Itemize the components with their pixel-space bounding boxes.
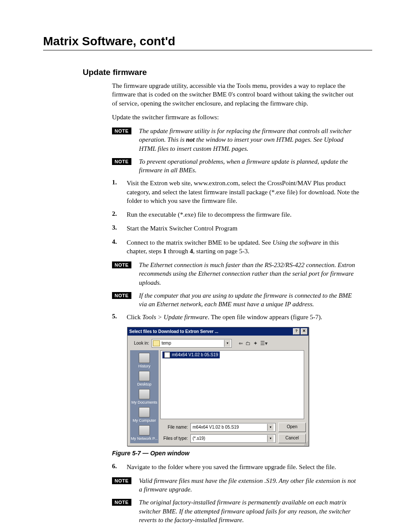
note-badge: NOTE bbox=[112, 158, 131, 165]
note-text: The Ethernet connection is much faster t… bbox=[139, 261, 359, 287]
step-text: Navigate to the folder where you saved t… bbox=[127, 463, 359, 471]
file-item-selected[interactable]: m64x64 V1.02 b 05.S19 bbox=[162, 352, 220, 358]
note-2: NOTE To prevent operational problems, wh… bbox=[112, 157, 359, 175]
places-computer[interactable]: My Computer bbox=[133, 407, 156, 423]
filetype-select[interactable]: (*.s19) ▾ bbox=[190, 434, 276, 443]
up-folder-icon[interactable]: 🗀 bbox=[246, 340, 251, 346]
folder-icon bbox=[153, 340, 160, 346]
chevron-down-icon[interactable]: ▾ bbox=[267, 435, 274, 442]
open-file-dialog: Select files to Download to Extron Serve… bbox=[127, 327, 309, 446]
dialog-title-text: Select files to Download to Extron Serve… bbox=[129, 329, 218, 334]
history-icon bbox=[139, 353, 150, 363]
filename-label: File name: bbox=[160, 425, 188, 429]
open-button[interactable]: Open bbox=[278, 423, 306, 432]
note-text: The update firmware utility is for repla… bbox=[139, 127, 359, 153]
figure-caption: Figure 5-7 — Open window bbox=[112, 450, 359, 457]
note-3: NOTE The Ethernet connection is much fas… bbox=[112, 261, 359, 287]
desktop-icon bbox=[139, 371, 150, 381]
note-badge: NOTE bbox=[112, 499, 131, 506]
resize-grip-icon[interactable] bbox=[303, 440, 308, 445]
lookin-label: Look in: bbox=[130, 341, 149, 345]
section-heading: Update firmware bbox=[83, 68, 372, 77]
places-network[interactable]: My Network P... bbox=[131, 425, 158, 441]
note-badge: NOTE bbox=[112, 477, 131, 484]
close-button[interactable]: ✕ bbox=[301, 328, 308, 335]
note-5: NOTE Valid firmware files must have the … bbox=[112, 476, 359, 494]
step-text: Click Tools > Update firmware. The open … bbox=[127, 313, 359, 321]
step-2: 2. Run the executable (*.exe) file to de… bbox=[112, 210, 359, 219]
cancel-button[interactable]: Cancel bbox=[278, 434, 306, 443]
step-5: 5. Click Tools > Update firmware. The op… bbox=[112, 313, 359, 321]
places-documents[interactable]: My Documents bbox=[131, 389, 157, 404]
note-4: NOTE If the computer that you are using … bbox=[112, 291, 359, 309]
step-text: Run the executable (*.exe) file to decom… bbox=[127, 210, 359, 219]
note-badge: NOTE bbox=[112, 128, 131, 134]
intro-paragraph-1: The firmware upgrade utility, accessible… bbox=[112, 81, 359, 108]
step-text: Connect to the matrix switcher BME to be… bbox=[127, 238, 359, 256]
step-number: 2. bbox=[112, 210, 127, 218]
intro-paragraph-2: Update the switcher firmware as follows: bbox=[112, 113, 359, 121]
back-icon[interactable]: ⇐ bbox=[239, 340, 243, 346]
step-6: 6. Navigate to the folder where you save… bbox=[112, 463, 359, 471]
note-badge: NOTE bbox=[112, 261, 131, 268]
file-list[interactable]: m64x64 V1.02 b 05.S19 bbox=[160, 350, 304, 419]
filetype-label: Files of type: bbox=[160, 436, 188, 441]
step-1: 1. Visit the Extron web site, www.extron… bbox=[112, 179, 359, 205]
step-4: 4. Connect to the matrix switcher BME to… bbox=[112, 238, 359, 256]
chapter-title: Matrix Software, cont'd bbox=[43, 34, 372, 48]
step-3: 3. Start the Matrix Switcher Control Pro… bbox=[112, 224, 359, 233]
places-history[interactable]: History bbox=[138, 353, 150, 368]
note-6: NOTE The original factory-installed firm… bbox=[112, 498, 359, 524]
computer-icon bbox=[139, 407, 150, 417]
network-icon bbox=[139, 425, 150, 436]
views-icon[interactable]: ☰▾ bbox=[260, 340, 268, 346]
note-text: If the computer that you are using to up… bbox=[139, 291, 359, 309]
lookin-value: temp bbox=[162, 341, 171, 345]
chevron-down-icon[interactable]: ▾ bbox=[267, 424, 274, 431]
note-text: Valid firmware files must have the file … bbox=[139, 476, 359, 494]
step-number: 3. bbox=[112, 224, 127, 231]
dialog-titlebar[interactable]: Select files to Download to Extron Serve… bbox=[128, 327, 308, 336]
note-badge: NOTE bbox=[112, 292, 131, 299]
note-1: NOTE The update firmware utility is for … bbox=[112, 127, 359, 153]
title-rule bbox=[43, 50, 372, 50]
new-folder-icon[interactable]: ✦ bbox=[253, 340, 258, 346]
chevron-down-icon[interactable]: ▾ bbox=[224, 340, 230, 347]
step-text: Visit the Extron web site, www.extron.co… bbox=[127, 179, 359, 205]
documents-icon bbox=[139, 389, 150, 399]
places-bar: History Desktop My Documents My Computer… bbox=[130, 350, 159, 443]
help-button[interactable]: ? bbox=[293, 328, 300, 335]
places-desktop[interactable]: Desktop bbox=[137, 371, 151, 386]
step-number: 4. bbox=[112, 238, 127, 246]
lookin-combo[interactable]: temp ▾ bbox=[152, 339, 232, 348]
step-number: 6. bbox=[112, 463, 127, 470]
note-text: To prevent operational problems, when a … bbox=[139, 157, 359, 175]
filename-input[interactable]: m64x64 V1.02 b 05.S19 ▾ bbox=[190, 423, 276, 432]
note-text: The original factory-installed firmware … bbox=[139, 498, 359, 524]
step-number: 5. bbox=[112, 313, 127, 320]
step-text: Start the Matrix Switcher Control Progra… bbox=[127, 224, 359, 233]
file-icon bbox=[164, 352, 170, 358]
step-number: 1. bbox=[112, 179, 127, 186]
